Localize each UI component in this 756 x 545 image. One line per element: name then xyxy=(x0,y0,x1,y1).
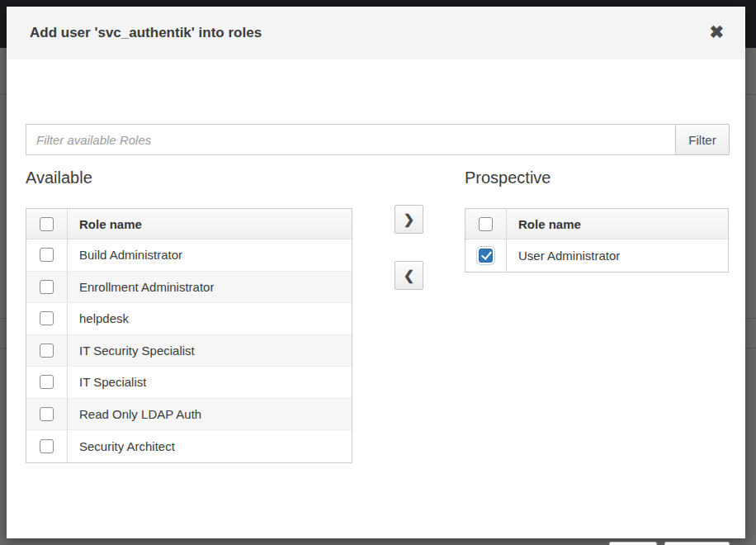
table-row[interactable]: Build Administrator xyxy=(26,239,352,272)
filter-button[interactable]: Filter xyxy=(675,124,730,155)
role-name-column-header: Role name xyxy=(507,217,581,231)
table-row[interactable]: helpdesk xyxy=(26,303,352,335)
select-all-checkbox[interactable] xyxy=(479,217,493,231)
row-checkbox[interactable] xyxy=(40,280,54,294)
row-checkbox-cell xyxy=(26,430,68,462)
filter-input[interactable] xyxy=(26,124,675,155)
table-row[interactable]: Read Only LDAP Auth xyxy=(26,399,352,431)
table-row[interactable]: IT Specialist xyxy=(26,367,352,399)
move-to-available-button[interactable]: ❮ xyxy=(395,261,423,290)
row-checkbox-cell xyxy=(26,239,68,271)
cancel-button[interactable]: Cancel xyxy=(664,542,730,545)
table-header-row: Role name xyxy=(26,209,352,239)
row-checkbox[interactable] xyxy=(40,311,54,325)
prospective-roles-table: Role name User Administrator xyxy=(465,208,729,272)
row-checkbox-cell xyxy=(465,239,507,272)
filter-input-group: Filter xyxy=(26,124,730,155)
role-name-cell: User Administrator xyxy=(507,249,620,263)
row-checkbox-cell xyxy=(26,303,68,334)
prospective-rows: User Administrator xyxy=(465,239,728,272)
header-checkbox-cell xyxy=(465,209,507,239)
row-checkbox-cell xyxy=(26,399,68,430)
dialog-footer: Add Cancel xyxy=(609,542,730,545)
role-name-cell: Security Architect xyxy=(68,439,175,453)
dialog-body: Filter Available Prospective Role name B… xyxy=(7,59,745,538)
role-name-cell: Enrollment Administrator xyxy=(68,280,214,294)
prospective-heading: Prospective xyxy=(465,168,551,187)
row-checkbox-cell xyxy=(26,272,68,303)
table-row[interactable]: Security Architect xyxy=(26,430,352,462)
available-roles-table: Role name Build Administrator xyxy=(26,208,352,463)
role-name-cell: IT Security Specialist xyxy=(68,344,195,358)
role-name-cell: Read Only LDAP Auth xyxy=(68,407,201,421)
table-row[interactable]: IT Security Specialist xyxy=(26,335,352,367)
row-checkbox[interactable] xyxy=(40,344,54,358)
move-to-prospective-button[interactable]: ❯ xyxy=(395,205,423,234)
table-row[interactable]: Enrollment Administrator xyxy=(26,272,352,304)
row-checkbox[interactable] xyxy=(479,249,493,263)
row-checkbox[interactable] xyxy=(40,375,54,389)
table-header-row: Role name xyxy=(465,209,728,239)
header-checkbox-cell xyxy=(26,209,68,239)
table-row[interactable]: User Administrator xyxy=(465,239,728,272)
role-name-column-header: Role name xyxy=(68,217,142,231)
available-rows: Build Administrator Enrollment Administr… xyxy=(26,239,352,462)
role-name-cell: Build Administrator xyxy=(68,248,182,262)
role-name-cell: helpdesk xyxy=(68,311,129,325)
add-button[interactable]: Add xyxy=(609,542,658,545)
row-checkbox-cell xyxy=(26,335,68,367)
row-checkbox[interactable] xyxy=(40,248,54,262)
select-all-checkbox[interactable] xyxy=(40,217,54,231)
available-heading: Available xyxy=(26,168,92,187)
row-checkbox[interactable] xyxy=(40,407,54,421)
row-checkbox[interactable] xyxy=(40,439,54,453)
add-user-into-roles-dialog: Add user 'svc_authentik' into roles ✖ Fi… xyxy=(7,7,745,538)
role-name-cell: IT Specialist xyxy=(68,375,146,389)
dialog-header: Add user 'svc_authentik' into roles ✖ xyxy=(7,7,745,59)
dialog-title: Add user 'svc_authentik' into roles xyxy=(30,7,262,59)
close-icon[interactable]: ✖ xyxy=(709,7,724,59)
row-checkbox-cell xyxy=(26,367,68,398)
